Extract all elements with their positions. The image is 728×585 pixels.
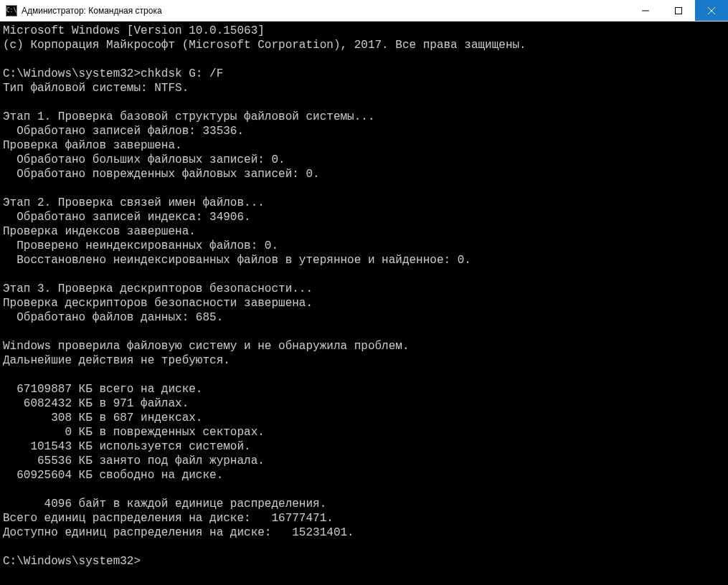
terminal-line: Тип файловой системы: NTFS. xyxy=(3,81,728,95)
terminal-line: 4096 байт в каждой единице распределения… xyxy=(3,497,728,511)
close-button[interactable] xyxy=(695,0,728,21)
terminal-line xyxy=(3,181,728,196)
terminal-line xyxy=(3,540,728,554)
terminal-line: C:\Windows\system32> xyxy=(3,554,728,569)
command-prompt-window: C:\ Администратор: Командная строка Micr… xyxy=(0,0,728,585)
maximize-button[interactable] xyxy=(662,0,695,21)
terminal-line: 101543 КБ используется системой. xyxy=(3,439,728,454)
terminal-line xyxy=(3,325,728,339)
maximize-icon xyxy=(675,7,682,14)
terminal-line: 0 КБ в поврежденных секторах. xyxy=(3,425,728,439)
terminal-line: Обработано записей индекса: 34906. xyxy=(3,210,728,224)
terminal-line: C:\Windows\system32>chkdsk G: /F xyxy=(3,67,728,81)
terminal-line: Этап 2. Проверка связей имен файлов... xyxy=(3,196,728,210)
terminal-line: 67109887 КБ всего на диске. xyxy=(3,382,728,396)
terminal-line: 60925604 КБ свободно на диске. xyxy=(3,468,728,482)
terminal-line: 65536 КБ занято под файл журнала. xyxy=(3,454,728,468)
terminal-line: Проверено неиндексированных файлов: 0. xyxy=(3,239,728,253)
terminal-line: Обработано записей файлов: 33536. xyxy=(3,124,728,138)
terminal-line: Обработано больших файловых записей: 0. xyxy=(3,153,728,167)
terminal-line: Проверка файлов завершена. xyxy=(3,138,728,153)
terminal-line xyxy=(3,482,728,497)
terminal-line: Этап 1. Проверка базовой структуры файло… xyxy=(3,110,728,124)
terminal-line: Дальнейшие действия не требуются. xyxy=(3,353,728,368)
svg-rect-1 xyxy=(676,7,682,14)
window-controls xyxy=(629,0,728,21)
terminal-line xyxy=(3,95,728,110)
terminal-line: Проверка индексов завершена. xyxy=(3,224,728,239)
titlebar[interactable]: C:\ Администратор: Командная строка xyxy=(0,0,728,22)
terminal-line: (c) Корпорация Майкрософт (Microsoft Cor… xyxy=(3,38,728,52)
terminal-line: Обработано поврежденных файловых записей… xyxy=(3,167,728,181)
terminal-line: Обработано файлов данных: 685. xyxy=(3,310,728,325)
terminal-line: Windows проверила файловую систему и не … xyxy=(3,339,728,353)
terminal-line xyxy=(3,52,728,67)
terminal-line: Проверка дескрипторов безопасности завер… xyxy=(3,296,728,310)
terminal-line: Этап 3. Проверка дескрипторов безопаснос… xyxy=(3,282,728,296)
window-title: Администратор: Командная строка xyxy=(22,6,629,16)
minimize-button[interactable] xyxy=(629,0,662,21)
terminal-line xyxy=(3,368,728,382)
cmd-icon: C:\ xyxy=(6,5,17,16)
terminal-line: Microsoft Windows [Version 10.0.15063] xyxy=(3,24,728,38)
terminal-line xyxy=(3,267,728,282)
terminal-line: Всего единиц распределения на диске: 167… xyxy=(3,511,728,525)
terminal-line: Восстановлено неиндексированных файлов в… xyxy=(3,253,728,267)
close-icon xyxy=(708,7,715,14)
minimize-icon xyxy=(642,7,649,14)
terminal-line: Доступно единиц распределения на диске: … xyxy=(3,525,728,540)
terminal-line: 308 КБ в 687 индексах. xyxy=(3,411,728,425)
terminal-line: 6082432 КБ в 971 файлах. xyxy=(3,396,728,411)
terminal-output[interactable]: Microsoft Windows [Version 10.0.15063](c… xyxy=(0,22,728,585)
